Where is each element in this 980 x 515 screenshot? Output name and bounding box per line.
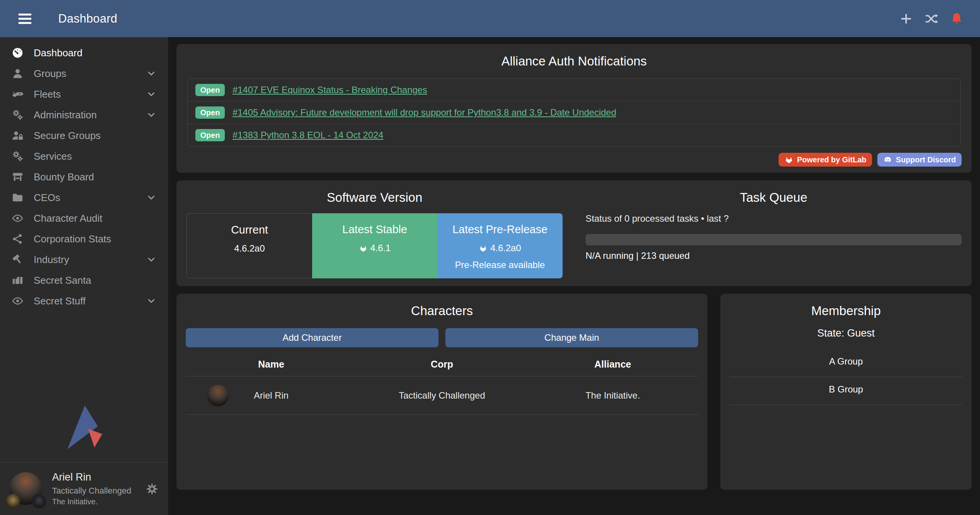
hamburger-menu-icon[interactable] <box>16 10 34 28</box>
status-badge: Open <box>195 129 225 141</box>
notification-item: Open #1383 Python 3.8 EOL - 14 Oct 2024 <box>188 124 960 146</box>
task-queue-counts: N/A running | 213 queued <box>586 250 962 261</box>
top-navbar: Dashboard <box>0 0 980 37</box>
page-title: Dashboard <box>58 12 117 26</box>
eye-icon <box>11 212 24 224</box>
user-settings-gear-icon[interactable] <box>145 482 159 496</box>
change-main-button[interactable]: Change Main <box>445 328 698 347</box>
sidebar-item-secret-stuff[interactable]: Secret Stuff <box>0 291 168 311</box>
main-content: Alliance Auth Notifications Open #1407 E… <box>168 37 980 515</box>
characters-panel: Characters Add Character Change Main Nam… <box>177 294 707 490</box>
gears-icon <box>11 109 24 121</box>
prerelease-note: Pre-Release available <box>437 260 563 270</box>
user-alliance: The Initiative. <box>52 497 131 507</box>
folder-icon <box>11 191 24 204</box>
add-icon[interactable] <box>899 11 913 26</box>
task-queue-progress-bar <box>586 234 962 245</box>
column-header-name: Name <box>186 359 357 370</box>
version-boxes: Current 4.6.2a0 Latest Stable 4.6.1 Late… <box>187 213 563 278</box>
gifts-icon <box>11 274 24 286</box>
badge-label: Powered by GitLab <box>797 155 866 164</box>
version-box-stable: Latest Stable 4.6.1 <box>312 213 437 278</box>
badge-label: Support Discord <box>896 155 956 164</box>
characters-buttons: Add Character Change Main <box>186 328 698 347</box>
notification-item: Open #1407 EVE Equinox Status - Breaking… <box>188 79 960 101</box>
sidebar-item-label: Industry <box>34 254 69 266</box>
characters-title: Characters <box>186 294 698 318</box>
notification-link[interactable]: #1405 Advisory: Future development will … <box>232 107 616 118</box>
sidebar-item-label: Secret Santa <box>34 275 91 286</box>
gitlab-icon <box>359 244 368 253</box>
shuffle-icon[interactable] <box>924 11 939 26</box>
sidebar-item-secure-groups[interactable]: Secure Groups <box>0 125 168 146</box>
column-header-alliance: Alliance <box>527 359 698 370</box>
chevron-down-icon <box>146 192 157 203</box>
sidebar-item-label: Corporation Stats <box>34 233 111 245</box>
powered-by-gitlab-badge[interactable]: Powered by GitLab <box>779 153 872 167</box>
gitlab-icon <box>784 155 793 164</box>
support-discord-badge[interactable]: Support Discord <box>877 153 962 167</box>
user-corp: Tactically Challenged <box>52 486 131 496</box>
sidebar-menu: Dashboard Groups Fleets Administration S… <box>0 43 168 311</box>
membership-panel: Membership State: Guest A Group B Group <box>720 294 972 490</box>
notifications-bell-icon[interactable] <box>949 11 964 26</box>
status-badge: Open <box>195 84 225 96</box>
sidebar-item-industry[interactable]: Industry <box>0 249 168 270</box>
add-character-button[interactable]: Add Character <box>186 328 438 347</box>
alliance-auth-logo <box>60 404 108 452</box>
version-label: Latest Pre-Release <box>437 223 563 236</box>
user-name: Ariel Rin <box>52 471 131 484</box>
sidebar-user-card: Ariel Rin Tactically Challenged The Init… <box>0 462 168 515</box>
sidebar-item-corporation-stats[interactable]: Corporation Stats <box>0 229 168 249</box>
sidebar-item-label: Administration <box>34 109 97 121</box>
sidebar-item-label: Dashboard <box>34 47 82 59</box>
sidebar-item-fleets[interactable]: Fleets <box>0 84 168 105</box>
sidebar-item-groups[interactable]: Groups <box>0 63 168 84</box>
notification-item: Open #1405 Advisory: Future development … <box>188 101 960 124</box>
sidebar-item-label: Secure Groups <box>34 130 101 142</box>
notifications-footer-badges: Powered by GitLab Support Discord <box>779 153 962 167</box>
membership-title: Membership <box>720 294 972 318</box>
chevron-down-icon <box>146 296 157 306</box>
task-queue-status: Status of 0 processed tasks • last ? <box>586 213 962 224</box>
character-corp: Tactically Challenged <box>357 390 527 401</box>
group-item: B Group <box>730 377 962 405</box>
user-info: Ariel Rin Tactically Challenged The Init… <box>52 471 131 506</box>
notification-link[interactable]: #1407 EVE Equinox Status - Breaking Chan… <box>232 85 427 95</box>
sidebar-item-secret-santa[interactable]: Secret Santa <box>0 270 168 291</box>
character-alliance: The Initiative. <box>527 390 698 401</box>
eye-icon <box>11 295 24 307</box>
version-label: Latest Stable <box>312 223 437 236</box>
shuttle-icon <box>11 88 24 100</box>
version-value: 4.6.2a0 <box>234 243 265 254</box>
sidebar-item-ceos[interactable]: CEOs <box>0 187 168 208</box>
task-queue-title: Task Queue <box>586 180 962 205</box>
task-queue-section: Task Queue Status of 0 processed tasks •… <box>586 180 962 286</box>
sidebar-item-label: Groups <box>34 68 66 80</box>
user-avatar <box>9 472 43 506</box>
alliance-logo-badge <box>32 494 46 508</box>
sidebar-item-bounty-board[interactable]: Bounty Board <box>0 167 168 187</box>
gitlab-icon <box>479 244 488 253</box>
sidebar-item-label: Character Audit <box>34 213 102 224</box>
column-header-corp: Corp <box>357 359 527 370</box>
user-icon <box>11 67 24 80</box>
store-icon <box>11 171 24 183</box>
notification-link[interactable]: #1383 Python 3.8 EOL - 14 Oct 2024 <box>232 130 383 141</box>
chevron-down-icon <box>146 89 157 100</box>
group-item: A Group <box>730 349 962 377</box>
sidebar-item-services[interactable]: Services <box>0 146 168 167</box>
gears-icon <box>11 150 24 162</box>
user-lock-icon <box>11 129 24 142</box>
software-version-title: Software Version <box>187 180 563 205</box>
version-value: 4.6.1 <box>370 243 391 253</box>
character-avatar <box>207 385 229 406</box>
navbar-actions <box>899 11 964 26</box>
membership-state: State: Guest <box>720 327 972 339</box>
sidebar-item-dashboard[interactable]: Dashboard <box>0 43 168 63</box>
share-nodes-icon <box>11 233 24 245</box>
characters-table-header: Name Corp Alliance <box>186 352 698 376</box>
sidebar-item-administration[interactable]: Administration <box>0 105 168 125</box>
sidebar-item-character-audit[interactable]: Character Audit <box>0 208 168 229</box>
hammer-icon <box>11 253 24 266</box>
